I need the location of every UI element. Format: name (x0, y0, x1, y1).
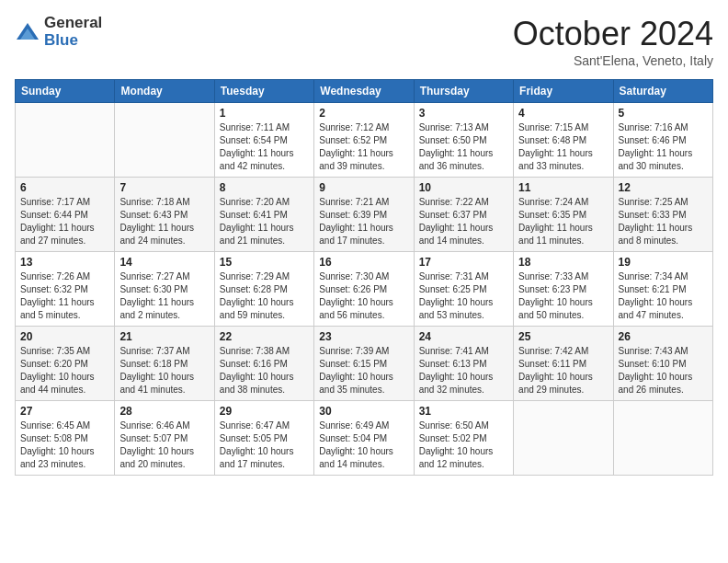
day-cell: 4Sunrise: 7:15 AMSunset: 6:48 PMDaylight… (514, 103, 613, 178)
day-cell: 28Sunrise: 6:46 AMSunset: 5:07 PMDayligh… (115, 401, 214, 476)
day-info: Sunrise: 7:38 AMSunset: 6:16 PMDaylight:… (220, 345, 309, 396)
header-cell-sunday: Sunday (16, 80, 115, 103)
day-info: Sunrise: 7:18 AMSunset: 6:43 PMDaylight:… (119, 196, 209, 247)
header-row: SundayMondayTuesdayWednesdayThursdayFrid… (16, 80, 713, 103)
day-number: 19 (619, 256, 708, 269)
day-info: Sunrise: 7:35 AMSunset: 6:20 PMDaylight:… (20, 345, 109, 396)
logo: General Blue (15, 15, 102, 49)
day-cell: 23Sunrise: 7:39 AMSunset: 6:15 PMDayligh… (314, 327, 414, 401)
day-number: 1 (220, 107, 309, 120)
day-info: Sunrise: 7:37 AMSunset: 6:18 PMDaylight:… (119, 345, 209, 396)
day-info: Sunrise: 6:49 AMSunset: 5:04 PMDaylight:… (319, 419, 408, 471)
week-row-4: 20Sunrise: 7:35 AMSunset: 6:20 PMDayligh… (16, 327, 713, 401)
day-cell: 6Sunrise: 7:17 AMSunset: 6:44 PMDaylight… (16, 178, 115, 252)
day-info: Sunrise: 6:50 AMSunset: 5:02 PMDaylight:… (419, 419, 508, 471)
day-cell: 25Sunrise: 7:42 AMSunset: 6:11 PMDayligh… (514, 327, 613, 401)
day-cell: 26Sunrise: 7:43 AMSunset: 6:10 PMDayligh… (613, 327, 712, 401)
day-info: Sunrise: 7:17 AMSunset: 6:44 PMDaylight:… (20, 196, 109, 247)
logo-blue: Blue (44, 32, 102, 50)
day-cell: 13Sunrise: 7:26 AMSunset: 6:32 PMDayligh… (16, 252, 115, 327)
day-cell: 3Sunrise: 7:13 AMSunset: 6:50 PMDaylight… (414, 103, 513, 178)
day-cell: 22Sunrise: 7:38 AMSunset: 6:16 PMDayligh… (214, 327, 313, 401)
day-info: Sunrise: 7:12 AMSunset: 6:52 PMDaylight:… (319, 121, 408, 173)
header-cell-monday: Monday (115, 80, 214, 103)
day-number: 12 (619, 181, 708, 194)
day-cell: 10Sunrise: 7:22 AMSunset: 6:37 PMDayligh… (414, 178, 513, 252)
day-number: 5 (619, 107, 708, 120)
day-number: 21 (119, 330, 209, 343)
day-cell: 2Sunrise: 7:12 AMSunset: 6:52 PMDaylight… (314, 103, 414, 178)
calendar-body: 1Sunrise: 7:11 AMSunset: 6:54 PMDaylight… (16, 103, 713, 476)
day-info: Sunrise: 7:31 AMSunset: 6:25 PMDaylight:… (419, 270, 508, 322)
day-number: 29 (220, 405, 309, 418)
header-cell-tuesday: Tuesday (214, 80, 313, 103)
day-cell: 9Sunrise: 7:21 AMSunset: 6:39 PMDaylight… (314, 178, 414, 252)
day-number: 15 (220, 256, 309, 269)
day-number: 26 (619, 330, 708, 343)
day-cell: 12Sunrise: 7:25 AMSunset: 6:33 PMDayligh… (613, 178, 712, 252)
header-cell-thursday: Thursday (414, 80, 513, 103)
month-title: October 2024 (513, 15, 713, 53)
day-cell: 16Sunrise: 7:30 AMSunset: 6:26 PMDayligh… (314, 252, 414, 327)
day-info: Sunrise: 7:30 AMSunset: 6:26 PMDaylight:… (319, 270, 408, 322)
day-info: Sunrise: 7:29 AMSunset: 6:28 PMDaylight:… (220, 270, 309, 322)
day-cell: 11Sunrise: 7:24 AMSunset: 6:35 PMDayligh… (514, 178, 613, 252)
page-header: General Blue October 2024 Sant'Elena, Ve… (15, 15, 713, 68)
day-info: Sunrise: 7:15 AMSunset: 6:48 PMDaylight:… (518, 121, 608, 173)
day-cell: 1Sunrise: 7:11 AMSunset: 6:54 PMDaylight… (214, 103, 313, 178)
day-number: 16 (319, 256, 408, 269)
day-number: 7 (119, 181, 209, 194)
logo-icon (15, 19, 40, 45)
title-block: October 2024 Sant'Elena, Veneto, Italy (513, 15, 713, 68)
day-info: Sunrise: 7:33 AMSunset: 6:23 PMDaylight:… (518, 270, 608, 322)
day-cell (514, 401, 613, 476)
day-cell (613, 401, 712, 476)
day-info: Sunrise: 7:41 AMSunset: 6:13 PMDaylight:… (419, 345, 508, 396)
day-info: Sunrise: 7:21 AMSunset: 6:39 PMDaylight:… (319, 196, 408, 247)
day-number: 25 (518, 330, 608, 343)
day-cell: 29Sunrise: 6:47 AMSunset: 5:05 PMDayligh… (214, 401, 313, 476)
day-cell: 14Sunrise: 7:27 AMSunset: 6:30 PMDayligh… (115, 252, 214, 327)
day-number: 22 (220, 330, 309, 343)
day-info: Sunrise: 6:46 AMSunset: 5:07 PMDaylight:… (119, 419, 209, 471)
header-cell-friday: Friday (514, 80, 613, 103)
day-info: Sunrise: 7:20 AMSunset: 6:41 PMDaylight:… (220, 196, 309, 247)
day-cell: 5Sunrise: 7:16 AMSunset: 6:46 PMDaylight… (613, 103, 712, 178)
logo-general: General (44, 15, 102, 32)
day-cell: 8Sunrise: 7:20 AMSunset: 6:41 PMDaylight… (214, 178, 313, 252)
day-cell: 24Sunrise: 7:41 AMSunset: 6:13 PMDayligh… (414, 327, 513, 401)
day-number: 14 (119, 256, 209, 269)
day-info: Sunrise: 7:13 AMSunset: 6:50 PMDaylight:… (419, 121, 508, 173)
week-row-3: 13Sunrise: 7:26 AMSunset: 6:32 PMDayligh… (16, 252, 713, 327)
day-number: 11 (518, 181, 608, 194)
day-info: Sunrise: 7:43 AMSunset: 6:10 PMDaylight:… (619, 345, 708, 396)
day-number: 6 (20, 181, 109, 194)
day-number: 28 (119, 405, 209, 418)
day-info: Sunrise: 7:34 AMSunset: 6:21 PMDaylight:… (619, 270, 708, 322)
day-info: Sunrise: 6:47 AMSunset: 5:05 PMDaylight:… (220, 419, 309, 471)
calendar-table: SundayMondayTuesdayWednesdayThursdayFrid… (15, 79, 713, 476)
day-info: Sunrise: 7:25 AMSunset: 6:33 PMDaylight:… (619, 196, 708, 247)
day-info: Sunrise: 7:26 AMSunset: 6:32 PMDaylight:… (20, 270, 109, 322)
day-number: 10 (419, 181, 508, 194)
week-row-2: 6Sunrise: 7:17 AMSunset: 6:44 PMDaylight… (16, 178, 713, 252)
day-cell (16, 103, 115, 178)
day-number: 31 (419, 405, 508, 418)
header-cell-wednesday: Wednesday (314, 80, 414, 103)
day-cell: 7Sunrise: 7:18 AMSunset: 6:43 PMDaylight… (115, 178, 214, 252)
day-info: Sunrise: 7:24 AMSunset: 6:35 PMDaylight:… (518, 196, 608, 247)
day-number: 3 (419, 107, 508, 120)
day-number: 17 (419, 256, 508, 269)
week-row-1: 1Sunrise: 7:11 AMSunset: 6:54 PMDaylight… (16, 103, 713, 178)
day-number: 8 (220, 181, 309, 194)
day-cell: 30Sunrise: 6:49 AMSunset: 5:04 PMDayligh… (314, 401, 414, 476)
day-number: 23 (319, 330, 408, 343)
day-cell: 20Sunrise: 7:35 AMSunset: 6:20 PMDayligh… (16, 327, 115, 401)
day-cell: 18Sunrise: 7:33 AMSunset: 6:23 PMDayligh… (514, 252, 613, 327)
day-cell: 17Sunrise: 7:31 AMSunset: 6:25 PMDayligh… (414, 252, 513, 327)
day-cell: 31Sunrise: 6:50 AMSunset: 5:02 PMDayligh… (414, 401, 513, 476)
day-number: 24 (419, 330, 508, 343)
day-info: Sunrise: 7:42 AMSunset: 6:11 PMDaylight:… (518, 345, 608, 396)
day-number: 9 (319, 181, 408, 194)
day-info: Sunrise: 6:45 AMSunset: 5:08 PMDaylight:… (20, 419, 109, 471)
